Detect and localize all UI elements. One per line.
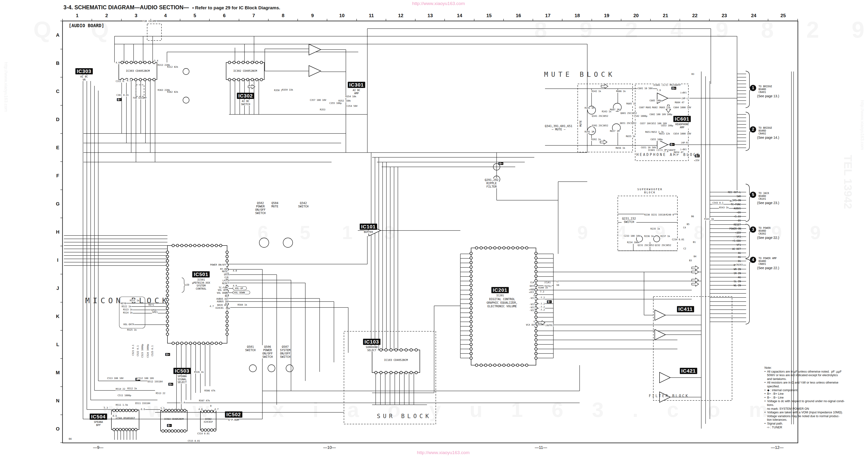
component-ref: CLK: [530, 281, 534, 284]
component-ref: B6: [691, 215, 694, 218]
component-ref: R208 1k: [538, 287, 548, 289]
ladder-pin-label: REC OUT-L: [704, 190, 741, 194]
notes-block: Note:• All capacitors are in µF unless o…: [765, 366, 867, 429]
component-ref: 5.4: [154, 60, 158, 62]
component-ref: ⟨HP-L⟩: [681, 97, 690, 100]
component-ref: Q651 2SC3052: [620, 122, 637, 125]
note-line: • All capacitors are in µF unless otherw…: [765, 370, 867, 374]
component-ref: C355 100p: [329, 102, 342, 105]
q502-label: Q502POWERON/OFFSWITCH: [255, 201, 266, 215]
connector-callout-4: 4 TO POWER AMPBOARDCN801 (See page 22.): [758, 257, 779, 270]
component-ref: 4.8: [116, 62, 120, 64]
component-ref: 4.7: [210, 305, 214, 308]
ic103-sub: SURROUNDSELECT: [366, 346, 378, 352]
block-title-micon: MICON BLOCK: [85, 296, 170, 305]
grid-column-label: 6: [210, 13, 239, 20]
grid-row-label: L: [54, 330, 61, 359]
title-text: 3-4. SCHEMATIC DIAGRAM—AUDIO SECTION—: [63, 4, 189, 10]
component-ref: -VCC: [529, 303, 535, 306]
ic101-tag: IC101: [360, 224, 377, 230]
ladder-pin-label: SR IN: [704, 271, 741, 275]
component-ref: R656 1k: [615, 147, 625, 150]
component-ref: 5.5: [160, 407, 165, 410]
component-ref: R504 1k: [237, 304, 247, 306]
grid-column-label: 23: [710, 13, 739, 20]
connector-1-text: TO BRIDGEBOARDCN401: [758, 85, 779, 93]
grid-column-label: 1: [62, 13, 92, 20]
component-ref: SPE1: [152, 311, 158, 314]
component-ref: R141 1k: [704, 218, 714, 221]
component-ref: R506 47k: [204, 390, 216, 392]
component-ref: FOR CDCOMP: [133, 97, 147, 99]
component-ref: R521 1k: [129, 299, 140, 302]
block-title-sur: SUR BLOCK: [377, 413, 432, 420]
connector-callout-3: 3 TO POWERBOARDCN302 (See page 22.): [758, 226, 779, 239]
ic302-label: IC302 AI BCSWITCH: [237, 93, 254, 106]
grid-column-label: 8: [268, 13, 298, 20]
component-ref: R524 1k: [123, 312, 133, 314]
connector-3-page: (See page 22.): [757, 236, 779, 239]
component-ref: R507 47k: [199, 399, 210, 402]
grid-row-label: H: [54, 218, 61, 246]
grid-column-label: 14: [445, 13, 474, 20]
component-ref: C234 0.01: [672, 238, 684, 241]
ic301-label: IC301 AI BCAMP: [348, 82, 365, 95]
component-ref: R312 82k: [167, 66, 178, 68]
component-ref: G: [533, 294, 535, 297]
ic303-label: IC303 AI BCVR: [75, 68, 93, 81]
grid-row-label: B: [54, 49, 61, 77]
component-ref: IC601 (2/2) M5218AFP: [648, 149, 676, 152]
component-ref: MUTE: [222, 270, 228, 273]
q507-label: Q507SYSTEMON/OFFSWITCH: [280, 345, 291, 359]
grid-column-label: 25: [769, 13, 798, 20]
q231-group-label: Q231,232SWITCH: [622, 217, 637, 224]
power-line-badge: B−: [117, 98, 122, 101]
ic101-sub: BUFFER: [364, 230, 373, 234]
component-ref: C2: [683, 248, 686, 250]
q341-group-label: Q341,391,601,651— MUTE —: [544, 124, 573, 131]
component-ref: C233 100 10V: [623, 235, 641, 237]
ic421-tag: IC421: [680, 368, 697, 374]
board-label: [AUDIO BOARD]: [69, 23, 104, 28]
ladder-pin-label: +8V: [704, 210, 741, 215]
block-title-mute: MUTE BLOCK: [544, 71, 615, 78]
grid-column-label: 22: [680, 13, 710, 20]
component-ref: 7.3: [540, 291, 544, 293]
component-ref: VOL-DATA: [123, 323, 134, 326]
grid-row-label: J: [54, 274, 61, 302]
ic503-chip-name: IC503 CD4052BCM: [162, 418, 186, 421]
ic303-tag: IC303: [75, 68, 93, 74]
component-ref: C521 0.1: [132, 345, 135, 356]
component-ref: BACK UP: [217, 304, 227, 306]
ic411-tag: IC411: [677, 306, 694, 312]
ic504-tag: IC504: [90, 414, 107, 420]
grid-row-label: O: [54, 415, 61, 443]
component-ref: R236 1k: [644, 235, 654, 238]
grid-column-label: 12: [386, 13, 415, 20]
component-ref: R513 22: [156, 392, 165, 395]
power-line-badge: B+: [498, 162, 503, 165]
component-ref: G7: [556, 280, 559, 283]
connector-pin-ladder: REC OUT-LSWOSYS-ONTC-FUNCAUBUS+8V+5.6V−8…: [704, 190, 741, 288]
note-line: • Signal path.: [765, 422, 867, 426]
component-ref: R525 1k: [127, 329, 137, 331]
ic601-sub: HEADPHONEAMP: [675, 123, 689, 129]
component-ref: 7.9: [656, 89, 661, 92]
grid-row-label: D: [54, 105, 61, 133]
component-ref: B4: [693, 255, 696, 258]
grid-column-label: 10: [327, 13, 356, 20]
component-ref: R657 1M: [610, 130, 620, 133]
grid-column-label: 7: [239, 13, 268, 20]
component-ref: VOL-DOWN: [234, 292, 245, 294]
component-ref: C653 100p: [661, 124, 673, 127]
component-ref: LATCH: [222, 280, 230, 282]
component-ref: X24C01: [215, 307, 224, 310]
component-ref: C354 50V: [346, 105, 358, 107]
connector-4-text: TO POWER AMPBOARDCN801: [758, 257, 779, 265]
grid-column-label: 19: [592, 13, 621, 20]
component-ref: 4.7: [214, 408, 219, 411]
component-ref: C605 100p: [649, 99, 662, 102]
connector-callout-5: 5 TO JACKBOARDCN101 (See page 23.): [758, 192, 779, 205]
note-line: tion tolerances.: [765, 418, 867, 422]
power-line-badge: B−: [167, 424, 172, 427]
